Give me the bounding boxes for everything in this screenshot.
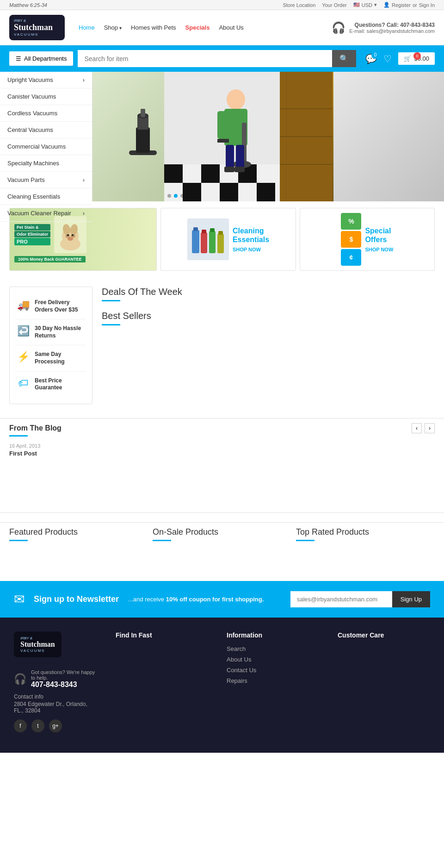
top-rated-underline	[296, 540, 314, 541]
svg-rect-24	[257, 183, 275, 201]
price-icon: 🏷	[16, 377, 30, 389]
dept-specialty-machines[interactable]: Specialty Machines	[0, 155, 92, 172]
blog-next-button[interactable]: ›	[425, 423, 435, 433]
register-link[interactable]: 👤 Register or Sign In	[383, 2, 435, 8]
chat-icon-button[interactable]: 💬 0	[365, 53, 377, 64]
svg-rect-27	[217, 111, 229, 139]
newsletter-icon: ✉	[14, 592, 25, 607]
blog-underline	[9, 435, 28, 437]
footer-link-about-us[interactable]: About Us	[227, 656, 319, 663]
cleaning-bottles-svg	[190, 221, 227, 258]
bible-verse: Matthew 6:25-34	[9, 2, 47, 8]
percent-tag: %	[341, 213, 361, 230]
footer-phone-row: 🎧 Got questions? We're happy to help. 40…	[14, 669, 97, 689]
deals-underline	[102, 300, 120, 301]
footer-link-repairs[interactable]: Repairs	[227, 677, 319, 684]
hero-dot-1[interactable]	[167, 194, 171, 198]
bestsellers-title: Best Sellers	[102, 311, 435, 321]
blog-post-date: 16 April, 2013	[9, 443, 435, 449]
footer-link-search[interactable]: Search	[227, 645, 319, 652]
svg-rect-45	[192, 230, 199, 253]
dept-vacuum-parts[interactable]: Vacuum Parts›	[0, 172, 92, 188]
dept-cleaning-essentials[interactable]: Cleaning Essentials	[0, 188, 92, 205]
search-input[interactable]	[78, 50, 332, 67]
blog-title: From The Blog	[9, 424, 62, 432]
svg-rect-23	[220, 183, 238, 201]
header-icons: 💬 0 ♡ 🛒 0 $0.00	[365, 52, 435, 65]
footer-link-contact-us[interactable]: Contact Us	[227, 667, 319, 674]
footer-contact-label: Contact info	[14, 693, 97, 700]
newsletter-email-input[interactable]	[290, 591, 392, 607]
nav-homes-with-pets[interactable]: Homes with Pets	[131, 24, 176, 31]
dept-commercial-vacuums[interactable]: Commercial Vacuums	[0, 138, 92, 155]
blog-prev-button[interactable]: ‹	[412, 423, 422, 433]
footer-customer-care-title: Customer Care	[338, 631, 430, 639]
svg-rect-49	[209, 231, 216, 253]
special-title: Special Offers	[365, 226, 393, 244]
cart-button[interactable]: 🛒 0 $0.00	[398, 52, 435, 65]
footer-phone-number[interactable]: 407-843-8343	[31, 681, 97, 689]
top-bar: Matthew 6:25-34 Store Location Your Orde…	[0, 0, 444, 10]
svg-rect-47	[201, 232, 207, 253]
feature-delivery-text: Free Delivery Orders Over $35	[35, 299, 86, 313]
currency-selector[interactable]: 🇺🇸 USD ▾	[353, 2, 377, 8]
on-sale-underline	[153, 540, 171, 541]
featured-underline	[9, 540, 28, 541]
department-menu: Upright Vacuums› Canister Vacuums Cordle…	[0, 72, 92, 201]
bestsellers-underline	[102, 324, 120, 325]
hamburger-icon: ☰	[16, 55, 21, 62]
svg-rect-20	[201, 164, 220, 183]
hero-section: Upright Vacuums› Canister Vacuums Cordle…	[0, 72, 444, 201]
social-googleplus-button[interactable]: g+	[49, 719, 62, 732]
blog-nav: ‹ ›	[412, 423, 435, 433]
dept-vacuum-cleaner-repair[interactable]: Vacuum Cleaner Repair›	[0, 205, 92, 222]
svg-point-25	[227, 89, 245, 110]
bestsellers-section: Best Sellers	[102, 311, 435, 325]
dept-cordless-vacuums[interactable]: Cordless Vacuums	[0, 105, 92, 122]
logo[interactable]: IRBY & Stutchman VACUUMS	[9, 15, 65, 40]
all-departments-button[interactable]: ☰ All Departments	[9, 51, 73, 66]
search-button[interactable]: 🔍	[332, 50, 356, 67]
newsletter-signup-button[interactable]: Sign Up	[392, 591, 430, 607]
cent-tag: ¢	[341, 249, 361, 266]
special-shop-now[interactable]: SHOP NOW	[365, 247, 393, 252]
nav-home[interactable]: Home	[79, 24, 95, 31]
wishlist-icon-button[interactable]: ♡	[383, 53, 392, 64]
footer-logo[interactable]: IRBY & Stutchman VACUUMS	[14, 631, 62, 657]
special-icons: % $ ¢	[341, 213, 361, 266]
dollar-tag: $	[341, 231, 361, 248]
dept-central-vacuums[interactable]: Central Vacuums	[0, 122, 92, 138]
sidebar-features: 🚚 Free Delivery Orders Over $35 ↩️ 30 Da…	[9, 287, 92, 404]
footer-top: IRBY & Stutchman VACUUMS 🎧 Got questions…	[14, 631, 430, 732]
promo-cleaning-essentials[interactable]: Cleaning Essentials SHOP NOW	[160, 208, 296, 271]
nav-specials[interactable]: Specials	[185, 24, 210, 31]
nav-about-us[interactable]: About Us	[219, 24, 243, 31]
newsletter-description: ...and receive 10% off coupon for first …	[128, 596, 281, 603]
processing-icon: ⚡	[16, 351, 30, 363]
nav-shop[interactable]: Shop	[104, 24, 122, 31]
blog-post-title[interactable]: First Post	[9, 450, 435, 457]
newsletter-section: ✉ Sign up to Newsletter ...and receive 1…	[0, 581, 444, 618]
social-twitter-button[interactable]: t	[31, 719, 44, 732]
social-facebook-button[interactable]: f	[14, 719, 27, 732]
promo-special-offers[interactable]: % $ ¢ Special Offers SHOP NOW	[300, 208, 435, 271]
svg-point-42	[67, 234, 69, 236]
hero-dot-2[interactable]	[174, 194, 178, 198]
dog-svg	[56, 219, 84, 251]
hero-dot-3[interactable]	[180, 194, 184, 198]
cleaning-shop-now[interactable]: SHOP NOW	[233, 247, 269, 252]
your-order-link[interactable]: Your Order	[322, 2, 346, 8]
cart-badge: 0	[413, 52, 421, 60]
on-sale-products-section: On-Sale Products	[148, 527, 291, 549]
svg-rect-33	[236, 145, 244, 168]
section-divider	[0, 512, 444, 513]
footer-info-title: Information	[227, 631, 319, 639]
store-location-link[interactable]: Store Location	[283, 2, 315, 8]
contact-email: E-mail: sales@irbyandstutchman.com	[349, 28, 435, 34]
dept-canister-vacuums[interactable]: Canister Vacuums	[0, 88, 92, 105]
main-content: Deals Of The Week Best Sellers	[102, 287, 435, 404]
delivery-icon: 🚚	[16, 299, 30, 311]
dept-upright-vacuums[interactable]: Upright Vacuums›	[0, 72, 92, 88]
footer-find-title: Find In Fast	[116, 631, 208, 639]
feature-price-text: Best Price Guarantee	[35, 377, 86, 392]
